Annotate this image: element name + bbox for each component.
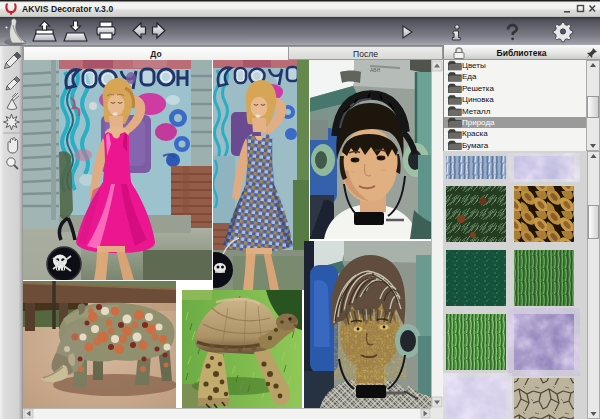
svg-text:ABH: ABH [370,67,381,73]
